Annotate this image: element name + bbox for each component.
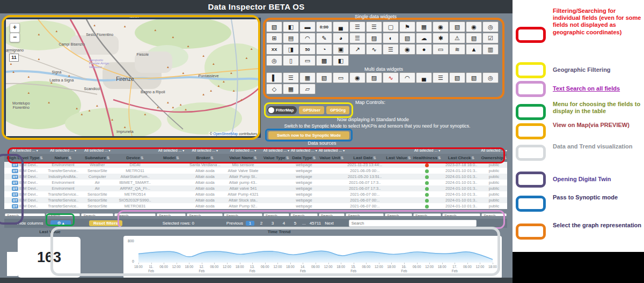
column-search-input[interactable] (319, 213, 345, 217)
column-header[interactable]: Last Value⇅ (384, 155, 412, 160)
digital-twin-button[interactable]: DT (12, 169, 18, 173)
column-filter-dropdown[interactable]: All selected ... ▾ (46, 148, 81, 152)
column-header[interactable]: Device⇅ (114, 155, 156, 160)
digital-twin-button[interactable]: DT (12, 163, 18, 167)
schedule-widget-icon[interactable]: ▦ (416, 21, 432, 32)
tv-widget-icon[interactable]: ▭ (299, 55, 316, 66)
column-header[interactable]: Nature⇅ (46, 155, 81, 160)
window-widget-icon[interactable]: ▢ (383, 21, 399, 32)
map4-widget-icon[interactable]: ▧ (466, 33, 482, 43)
split-panel-widget-icon[interactable]: ◧ (283, 21, 299, 32)
checklist-widget-icon[interactable]: ☑ (482, 33, 499, 43)
trapezoid-widget-icon[interactable]: ▱ (299, 84, 316, 94)
lighthouse-widget-icon[interactable]: ▥ (482, 44, 499, 55)
area-chart-widget-icon[interactable]: ▄ (416, 72, 432, 83)
red-line-chart-widget-icon[interactable]: ∿ (383, 72, 399, 83)
table-row[interactable]: DTEIM Devi..TransferService..SensorSiteM… (4, 168, 507, 174)
column-search-input[interactable] (224, 213, 262, 217)
digital-twin-button[interactable]: DT (12, 198, 18, 203)
column-search-input[interactable] (5, 213, 45, 217)
excavator-widget-icon[interactable]: ▨ (366, 33, 382, 43)
column-header[interactable]: Model⇅ (156, 155, 186, 160)
table-row[interactable]: DTEIM Devi..EnvironmentWeatherDIDAISanta… (4, 162, 507, 168)
vigilance-widget-icon[interactable]: ◎ (482, 21, 499, 32)
trend-chart-widget-icon[interactable]: ∿ (366, 44, 382, 55)
data-table-widget-icon[interactable]: ▦ (299, 72, 316, 83)
table-row[interactable]: DTEIM Devi..TransferService..SensorSiteM… (4, 191, 507, 197)
map-flag-widget-icon[interactable]: ⚑ (399, 21, 415, 32)
map-gear-widget-icon[interactable]: ✱ (433, 33, 449, 43)
table-row[interactable]: DTEIM Devi..TransferService..SensorSiteS… (4, 197, 507, 203)
table-row[interactable]: DTEIM Devi..EnvironmentAirARPAT_QA_FI-..… (4, 185, 507, 191)
list-map-multi2-widget-icon[interactable]: ☰ (433, 72, 449, 83)
add-table-widget-icon[interactable]: ⊞ (266, 33, 282, 43)
page-button-5[interactable]: 5 (291, 221, 299, 226)
map-zoom-out-button[interactable]: − (10, 33, 20, 42)
column-search-input[interactable] (442, 213, 480, 217)
map-arrows-widget-icon[interactable]: ▧ (399, 33, 415, 43)
map[interactable]: + − 11 Sesto FiorentinoCampi BisenzioCar… (4, 18, 261, 138)
clock-widget-icon[interactable]: 0:00 (316, 21, 332, 32)
half-bar-widget-icon[interactable]: ◨ (283, 44, 299, 55)
last-page-button[interactable]: 45711 (309, 221, 323, 226)
map-multi-widget-icon[interactable]: ▨ (366, 72, 382, 83)
list-map3-widget-icon[interactable]: ☰ (349, 33, 365, 43)
map-photo-widget-icon[interactable]: ▧ (449, 21, 465, 32)
column-filter-dropdown[interactable]: All selected ... ▾ (4, 148, 46, 152)
column-search-input[interactable] (81, 213, 113, 217)
waves-widget-icon[interactable]: ≋ (449, 44, 465, 55)
column-header[interactable]: Value Name⇅ (223, 155, 262, 160)
column-search-input[interactable] (290, 213, 317, 217)
column-filter-dropdown[interactable]: All selected ... ▾ (290, 148, 318, 152)
column-search-input[interactable] (157, 213, 186, 217)
column-search-input[interactable] (264, 213, 290, 217)
label-widget-icon[interactable]: ▬ (299, 21, 316, 32)
gauge-arc-widget-icon[interactable]: ◠ (299, 33, 316, 43)
map-x-widget-icon[interactable]: ▧ (449, 72, 465, 83)
page-button-1[interactable]: 1 (246, 221, 254, 226)
column-search-input[interactable] (481, 213, 507, 217)
hbar-chart-widget-icon[interactable]: ☰ (283, 72, 299, 83)
time-trend-chart[interactable]: 800 0 18:0011.Feb06:0012:0018:0012.Feb06… (123, 236, 502, 279)
table-row[interactable]: DTEIM Devi..IndustryAndMa..ComputerAltai… (4, 174, 507, 180)
digital-twin-button[interactable]: DT (12, 175, 18, 179)
map-route-widget-icon[interactable]: ◉ (349, 72, 365, 83)
map-widget-icon[interactable]: ▧ (266, 21, 282, 32)
column-filter-dropdown[interactable]: All selected ... ▾ (156, 148, 186, 152)
page-button-3[interactable]: 3 (268, 221, 277, 226)
digital-twin-button[interactable]: DT (12, 187, 18, 191)
column-filter-dropdown[interactable]: All selected ... ▾ (413, 148, 442, 152)
column-search-input[interactable] (413, 213, 441, 217)
door-widget-icon[interactable]: ▯ (283, 55, 299, 66)
column-header[interactable]: Healthiness⇅ (413, 155, 442, 160)
map-zoom-in-button[interactable]: + (10, 23, 20, 33)
toggle-widget-icon[interactable]: ◐ (383, 33, 399, 43)
alert-widget-icon[interactable]: ⚠ (449, 33, 465, 43)
pointer-widget-icon[interactable]: ✎ (316, 33, 332, 43)
pin-widget-icon[interactable]: ● (416, 44, 432, 55)
line-chart-widget-icon[interactable]: ↗ (349, 44, 365, 55)
clock-gauge-widget-icon[interactable]: ◔ (316, 44, 332, 55)
column-search-input[interactable] (385, 213, 412, 217)
column-search-input[interactable] (46, 213, 80, 217)
gpsuser-button[interactable]: GPSUser (299, 106, 324, 114)
list-map-multi-widget-icon[interactable]: ▧ (316, 72, 332, 83)
column-search-input[interactable] (187, 213, 223, 217)
vigilance-realtime-widget-icon[interactable]: ◉ (466, 21, 482, 32)
pin-at-widget-icon[interactable]: ◉ (399, 44, 415, 55)
weather-widget-icon[interactable]: ☁ (416, 33, 432, 43)
bar-chart-widget-icon[interactable]: ▌ (266, 72, 282, 83)
bar-bottom-widget-icon[interactable]: ▄ (333, 21, 349, 32)
stacked-table-widget-icon[interactable]: ▤ (283, 33, 299, 43)
radar-chart-widget-icon[interactable]: ◎ (482, 72, 499, 83)
column-header[interactable]: Value Unit⇅ (318, 155, 346, 160)
speedometer-widget-icon[interactable]: ◕ (333, 33, 349, 43)
switch-synoptic-button[interactable]: Switch now to the Synoptic Mode (268, 131, 349, 139)
digital-twin-button[interactable]: DT (12, 192, 18, 197)
table-row[interactable]: DTEIM Devi..TransferService..SensorSiteM… (4, 203, 507, 209)
column-filter-dropdown[interactable]: All selected ... ▾ (186, 148, 223, 152)
bus-widget-icon[interactable]: ▣ (333, 44, 349, 55)
grid-table-widget-icon[interactable]: ▦ (283, 84, 299, 94)
gpsorg-button[interactable]: GPSOrg (326, 106, 349, 114)
exit-widget-icon[interactable]: ◧ (333, 55, 349, 66)
